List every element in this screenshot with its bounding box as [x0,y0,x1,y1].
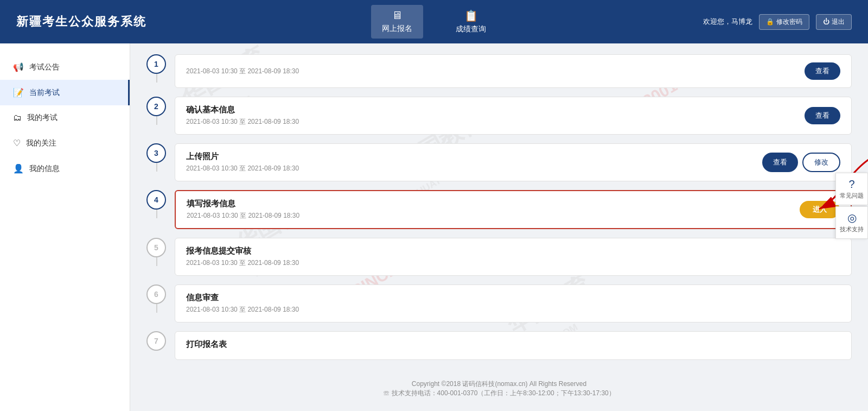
step-1-card: 2021-08-03 10:30 至 2021-08-09 18:30 查看 [175,54,852,88]
step-1-actions: 查看 [805,62,840,80]
step-2-time: 2021-08-03 10:30 至 2021-08-09 18:30 [186,117,299,127]
help-sidebar: ? 常见问题 ◎ 技术支持 [835,173,868,239]
step-4-circle: 4 [146,190,166,210]
sidebar-item-my-follow[interactable]: ♡ 我的关注 [0,130,130,156]
logout-button[interactable]: ⏻ 退出 [816,14,852,30]
step-4-time: 2021-08-03 10:30 至 2021-08-09 18:30 [187,211,299,220]
step-1-circle: 1 [146,54,166,74]
main-layout: 📢 考试公告 📝 当前考试 🗂 我的考试 ♡ 我的关注 👤 我的信息 华国教育H… [0,43,868,411]
my-exam-icon: 🗂 [13,113,22,123]
sidebar-item-exam-notice[interactable]: 📢 考试公告 [0,54,130,80]
step-3-time: 2021-08-03 10:30 至 2021-08-09 18:30 [186,164,299,173]
step-6-card: 信息审查 2021-08-03 10:30 至 2021-08-09 18:30 [175,284,852,323]
power-icon: ⏻ [823,18,829,26]
step-7-title: 打印报名表 [186,339,227,350]
user-icon: 👤 [13,163,24,174]
faq-button[interactable]: ? 常见问题 [835,173,868,205]
step-2: 2 确认基本信息 2021-08-03 10:30 至 2021-08-09 1… [146,97,852,135]
step-7-card: 打印报名表 [175,331,852,360]
step-6-title: 信息审查 [186,293,299,303]
step-3-circle: 3 [146,143,166,163]
nav-online-register[interactable]: 🖥 网上报名 [371,5,423,39]
notice-icon: 📢 [13,62,24,72]
current-exam-icon: 📝 [13,87,24,98]
step-1-view-button[interactable]: 查看 [805,62,840,80]
step-3-actions: 查看 修改 [762,153,840,172]
nav-score-query[interactable]: 📋 成绩查询 [445,5,497,39]
step-2-title: 确认基本信息 [186,105,299,115]
tech-support-button[interactable]: ◎ 技术支持 [835,206,868,239]
step-6-time: 2021-08-03 10:30 至 2021-08-09 18:30 [186,305,299,314]
step-7-circle: 7 [146,331,166,351]
step-1-time: 2021-08-03 10:30 至 2021-08-09 18:30 [186,67,299,76]
step-2-card: 确认基本信息 2021-08-03 10:30 至 2021-08-09 18:… [175,97,852,135]
step-3-edit-button[interactable]: 修改 [802,153,840,172]
lock-icon: 🔒 [766,18,774,26]
step-4-actions: 进入 [800,201,840,218]
step-3-view-button[interactable]: 查看 [762,153,798,172]
header-right: 欢迎您，马博龙 🔒 修改密码 ⏻ 退出 [703,14,852,30]
header-nav: 🖥 网上报名 📋 成绩查询 [371,5,497,39]
step-5-card: 报考信息提交审核 2021-08-03 10:30 至 2021-08-09 1… [175,238,852,276]
step-5-title: 报考信息提交审核 [186,246,299,256]
sidebar: 📢 考试公告 📝 当前考试 🗂 我的考试 ♡ 我的关注 👤 我的信息 [0,43,130,411]
sidebar-item-my-exam[interactable]: 🗂 我的考试 [0,105,130,130]
step-2-view-button[interactable]: 查看 [805,107,840,124]
step-4-title: 填写报考信息 [187,199,299,209]
content-area: 华国教育HUATU.COM 华国教育HUATU.COM 华国教育HUATU.CO… [130,43,868,411]
step-7: 7 打印报名表 [146,331,852,360]
step-2-circle: 2 [146,97,166,116]
heart-icon: ♡ [13,138,21,148]
step-5-time: 2021-08-03 10:30 至 2021-08-09 18:30 [186,258,299,268]
footer-phone: ☏ 技术支持电话：400-001-0370（工作日：上午8:30-12:00；下… [157,389,841,398]
monitor-icon: 🖥 [392,9,403,22]
step-2-actions: 查看 [805,107,840,124]
step-3-title: 上传照片 [186,151,299,162]
step-3-card: 上传照片 2021-08-03 10:30 至 2021-08-09 18:30… [175,143,852,181]
support-icon: ◎ [847,211,857,224]
sidebar-item-my-info[interactable]: 👤 我的信息 [0,156,130,181]
step-4: 4 填写报考信息 2021-08-03 10:30 至 2021-08-09 1… [146,190,852,229]
step-5-circle: 5 [146,238,166,257]
step-1: 1 2021-08-03 10:30 至 2021-08-09 18:30 查看 [146,54,852,88]
footer: Copyright ©2018 诺码信科技(nomax.cn) All Righ… [146,369,852,409]
step-5: 5 报考信息提交审核 2021-08-03 10:30 至 2021-08-09… [146,238,852,276]
step-3: 3 上传照片 2021-08-03 10:30 至 2021-08-09 18:… [146,143,852,181]
steps-container: 1 2021-08-03 10:30 至 2021-08-09 18:30 查看… [146,54,852,360]
question-icon: ? [848,178,854,191]
header: 新疆考生公众服务系统 🖥 网上报名 📋 成绩查询 欢迎您，马博龙 🔒 修改密码 … [0,0,868,43]
step-6-circle: 6 [146,284,166,304]
change-password-button[interactable]: 🔒 修改密码 [759,14,809,30]
sidebar-item-current-exam[interactable]: 📝 当前考试 [0,80,130,105]
step-6: 6 信息审查 2021-08-03 10:30 至 2021-08-09 18:… [146,284,852,323]
step-4-enter-button[interactable]: 进入 [800,201,840,218]
step-4-card: 填写报考信息 2021-08-03 10:30 至 2021-08-09 18:… [175,190,852,229]
welcome-text: 欢迎您，马博龙 [703,17,752,27]
footer-copyright: Copyright ©2018 诺码信科技(nomax.cn) All Righ… [157,380,841,389]
score-icon: 📋 [464,9,478,22]
site-logo: 新疆考生公众服务系统 [16,14,146,30]
